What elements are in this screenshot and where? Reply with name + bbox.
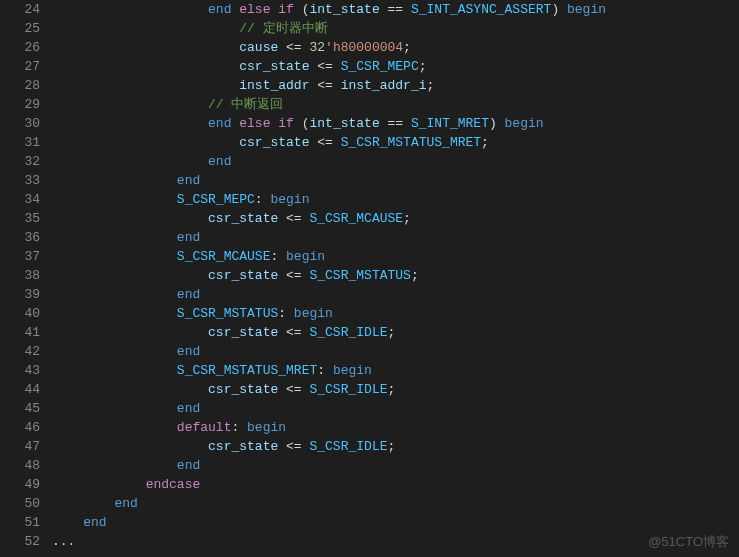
- code-token: endcase: [146, 477, 201, 492]
- code-token: :: [278, 306, 294, 321]
- code-token: [52, 439, 208, 454]
- code-token: // 定时器中断: [239, 21, 327, 36]
- code-token: [52, 287, 177, 302]
- line-number: 32: [0, 152, 40, 171]
- line-number: 43: [0, 361, 40, 380]
- code-token: <=: [278, 439, 309, 454]
- code-token: S_CSR_MCAUSE: [309, 211, 403, 226]
- code-token: 32: [309, 40, 325, 55]
- code-line[interactable]: // 定时器中断: [52, 19, 739, 38]
- code-token: end: [177, 344, 200, 359]
- code-token: <=: [278, 40, 309, 55]
- code-line[interactable]: end: [52, 171, 739, 190]
- code-token: [52, 458, 177, 473]
- code-line[interactable]: default: begin: [52, 418, 739, 437]
- code-line[interactable]: end: [52, 399, 739, 418]
- line-number: 35: [0, 209, 40, 228]
- code-token: csr_state: [208, 268, 278, 283]
- code-line[interactable]: csr_state <= S_CSR_MEPC;: [52, 57, 739, 76]
- code-line[interactable]: end: [52, 228, 739, 247]
- code-line[interactable]: // 中断返回: [52, 95, 739, 114]
- code-area[interactable]: end else if (int_state == S_INT_ASYNC_AS…: [52, 0, 739, 557]
- code-line[interactable]: csr_state <= S_CSR_MCAUSE;: [52, 209, 739, 228]
- code-token: inst_addr_i: [341, 78, 427, 93]
- line-number: 30: [0, 114, 40, 133]
- code-token: // 中断返回: [208, 97, 283, 112]
- code-token: ;: [387, 439, 395, 454]
- code-token: if: [278, 116, 294, 131]
- code-token: csr_state: [208, 439, 278, 454]
- code-line[interactable]: end: [52, 342, 739, 361]
- line-number: 28: [0, 76, 40, 95]
- code-line[interactable]: csr_state <= S_CSR_MSTATUS;: [52, 266, 739, 285]
- watermark-label: @51CTO博客: [648, 532, 729, 551]
- line-number: 44: [0, 380, 40, 399]
- code-token: end: [177, 458, 200, 473]
- code-token: begin: [247, 420, 286, 435]
- code-line[interactable]: csr_state <= S_CSR_IDLE;: [52, 437, 739, 456]
- code-editor[interactable]: 2425262728293031323334353637383940414243…: [0, 0, 739, 557]
- code-token: end: [177, 287, 200, 302]
- code-token: [52, 363, 177, 378]
- code-token: else: [239, 2, 270, 17]
- code-token: S_CSR_MEPC: [341, 59, 419, 74]
- code-line[interactable]: end: [52, 285, 739, 304]
- code-token: <=: [278, 211, 309, 226]
- line-number: 33: [0, 171, 40, 190]
- code-line[interactable]: S_CSR_MSTATUS_MRET: begin: [52, 361, 739, 380]
- code-token: end: [208, 116, 231, 131]
- code-token: end: [208, 154, 231, 169]
- line-number: 38: [0, 266, 40, 285]
- line-number: 39: [0, 285, 40, 304]
- code-line[interactable]: csr_state <= S_CSR_IDLE;: [52, 323, 739, 342]
- code-token: ==: [380, 2, 411, 17]
- code-line[interactable]: end: [52, 494, 739, 513]
- code-token: [52, 21, 239, 36]
- code-token: begin: [270, 192, 309, 207]
- code-line[interactable]: cause <= 32'h80000004;: [52, 38, 739, 57]
- code-token: [52, 192, 177, 207]
- line-number: 25: [0, 19, 40, 38]
- code-token: [52, 78, 239, 93]
- code-token: int_state: [310, 116, 380, 131]
- code-line[interactable]: end else if (int_state == S_INT_ASYNC_AS…: [52, 0, 739, 19]
- code-token: [52, 325, 208, 340]
- code-line[interactable]: csr_state <= S_CSR_IDLE;: [52, 380, 739, 399]
- code-token: begin: [333, 363, 372, 378]
- line-number-gutter: 2425262728293031323334353637383940414243…: [0, 0, 52, 557]
- code-token: S_CSR_MCAUSE: [177, 249, 271, 264]
- code-token: ;: [419, 59, 427, 74]
- code-line[interactable]: endcase: [52, 475, 739, 494]
- code-line[interactable]: csr_state <= S_CSR_MSTATUS_MRET;: [52, 133, 739, 152]
- code-token: end: [177, 173, 200, 188]
- code-token: begin: [294, 306, 333, 321]
- code-token: 'h80000004: [325, 40, 403, 55]
- code-line[interactable]: S_CSR_MCAUSE: begin: [52, 247, 739, 266]
- code-token: ): [489, 116, 505, 131]
- code-token: <=: [278, 325, 309, 340]
- code-token: [52, 249, 177, 264]
- code-token: S_CSR_IDLE: [309, 325, 387, 340]
- line-number: 41: [0, 323, 40, 342]
- code-token: :: [231, 420, 247, 435]
- line-number: 40: [0, 304, 40, 323]
- code-token: cause: [239, 40, 278, 55]
- code-line[interactable]: ...: [52, 532, 739, 551]
- code-token: ): [551, 2, 567, 17]
- code-line[interactable]: end: [52, 152, 739, 171]
- code-line[interactable]: end: [52, 456, 739, 475]
- code-token: csr_state: [239, 135, 309, 150]
- code-line[interactable]: inst_addr <= inst_addr_i;: [52, 76, 739, 95]
- code-token: default: [177, 420, 232, 435]
- code-line[interactable]: end else if (int_state == S_INT_MRET) be…: [52, 114, 739, 133]
- line-number: 45: [0, 399, 40, 418]
- code-line[interactable]: S_CSR_MEPC: begin: [52, 190, 739, 209]
- code-line[interactable]: end: [52, 513, 739, 532]
- code-line[interactable]: S_CSR_MSTATUS: begin: [52, 304, 739, 323]
- code-token: begin: [567, 2, 606, 17]
- code-token: ...: [52, 534, 75, 549]
- code-token: inst_addr: [239, 78, 309, 93]
- code-token: S_CSR_MEPC: [177, 192, 255, 207]
- line-number: 26: [0, 38, 40, 57]
- code-token: ;: [403, 40, 411, 55]
